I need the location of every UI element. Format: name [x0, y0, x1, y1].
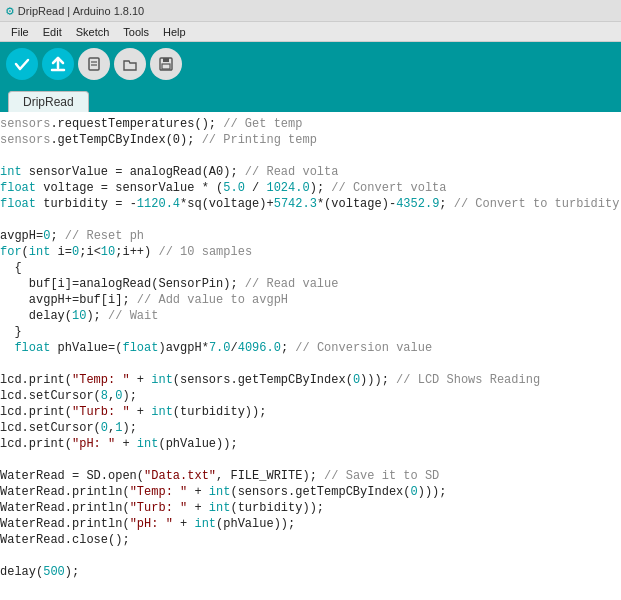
toolbar	[0, 42, 621, 86]
code-line: float turbidity = -1120.4*sq(voltage)+57…	[0, 196, 615, 212]
new-file-icon	[86, 56, 102, 72]
menu-sketch[interactable]: Sketch	[69, 22, 117, 41]
code-line	[0, 148, 615, 164]
code-editor[interactable]: sensors.requestTemperatures(); // Get te…	[0, 112, 621, 600]
menu-tools[interactable]: Tools	[116, 22, 156, 41]
upload-button[interactable]	[42, 48, 74, 80]
code-line: avgpH+=buf[i]; // Add value to avgpH	[0, 292, 615, 308]
svg-rect-6	[162, 64, 170, 69]
code-line: lcd.print("Temp: " + int(sensors.getTemp…	[0, 372, 615, 388]
code-line: float voltage = sensorValue * (5.0 / 102…	[0, 180, 615, 196]
code-line: float phValue=(float)avgpH*7.0/4096.0; /…	[0, 340, 615, 356]
code-line: WaterRead.println("pH: " + int(phValue))…	[0, 516, 615, 532]
code-line: lcd.setCursor(8,0);	[0, 388, 615, 404]
code-line	[0, 212, 615, 228]
app-icon: ⚙	[6, 3, 14, 19]
menu-edit[interactable]: Edit	[36, 22, 69, 41]
code-line: int sensorValue = analogRead(A0); // Rea…	[0, 164, 615, 180]
code-line: WaterRead.println("Temp: " + int(sensors…	[0, 484, 615, 500]
code-line: delay(10); // Wait	[0, 308, 615, 324]
tab-bar: DripRead	[0, 86, 621, 112]
code-line	[0, 452, 615, 468]
code-line	[0, 548, 615, 564]
code-line: buf[i]=analogRead(SensorPin); // Read va…	[0, 276, 615, 292]
code-line: for(int i=0;i<10;i++) // 10 samples	[0, 244, 615, 260]
code-line: WaterRead = SD.open("Data.txt", FILE_WRI…	[0, 468, 615, 484]
code-line: {	[0, 260, 615, 276]
menu-bar: File Edit Sketch Tools Help	[0, 22, 621, 42]
code-line: sensors.requestTemperatures(); // Get te…	[0, 116, 615, 132]
code-line: delay(500);	[0, 564, 615, 580]
verify-button[interactable]	[6, 48, 38, 80]
svg-rect-1	[89, 58, 99, 70]
new-button[interactable]	[78, 48, 110, 80]
code-line: WaterRead.println("Turb: " + int(turbidi…	[0, 500, 615, 516]
code-line: }	[0, 324, 615, 340]
code-line: lcd.print("pH: " + int(phValue));	[0, 436, 615, 452]
code-line: lcd.setCursor(0,1);	[0, 420, 615, 436]
open-button[interactable]	[114, 48, 146, 80]
open-folder-icon	[122, 56, 138, 72]
tab-dripread[interactable]: DripRead	[8, 91, 89, 112]
save-icon	[158, 56, 174, 72]
code-line	[0, 356, 615, 372]
menu-file[interactable]: File	[4, 22, 36, 41]
title-bar: ⚙ DripRead | Arduino 1.8.10	[0, 0, 621, 22]
code-line: avgpH=0; // Reset ph	[0, 228, 615, 244]
svg-rect-5	[163, 58, 169, 62]
title-bar-text: DripRead | Arduino 1.8.10	[18, 5, 144, 17]
save-button[interactable]	[150, 48, 182, 80]
upload-icon	[49, 55, 67, 73]
code-line: WaterRead.close();	[0, 532, 615, 548]
checkmark-icon	[13, 55, 31, 73]
code-line: lcd.print("Turb: " + int(turbidity));	[0, 404, 615, 420]
menu-help[interactable]: Help	[156, 22, 193, 41]
code-line: sensors.getTempCByIndex(0); // Printing …	[0, 132, 615, 148]
